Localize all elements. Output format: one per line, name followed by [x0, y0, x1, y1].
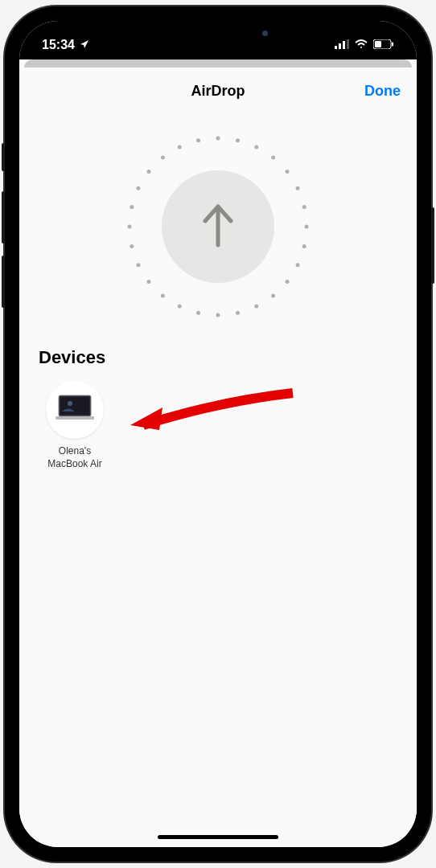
phone-frame: 15:34: [5, 6, 431, 862]
annotation-arrow-icon: [124, 385, 301, 449]
home-indicator[interactable]: [158, 835, 278, 839]
svg-point-9: [68, 401, 72, 406]
macbook-icon: [54, 394, 96, 426]
sheet-header: AirDrop Done: [19, 68, 417, 114]
cellular-icon: [335, 38, 349, 52]
device-row: Olena's MacBook Air: [19, 381, 417, 470]
volume-down-button: [2, 256, 5, 308]
status-left: 15:34: [42, 38, 89, 52]
status-time: 15:34: [42, 38, 75, 52]
svg-marker-12: [130, 407, 162, 430]
airdrop-sheet: AirDrop Done Devices: [19, 68, 417, 847]
sheet-title: AirDrop: [191, 83, 245, 100]
svg-rect-3: [347, 39, 349, 49]
device-icon-wrap: [46, 381, 104, 439]
silent-switch: [2, 143, 5, 171]
airdrop-radar-area: [19, 114, 417, 339]
screen: 15:34: [19, 21, 417, 847]
location-icon: [80, 38, 89, 52]
volume-up-button: [2, 191, 5, 244]
arrow-up-icon: [199, 202, 237, 252]
status-right: [335, 38, 394, 52]
svg-rect-8: [60, 397, 89, 415]
content-area: AirDrop Done Devices: [19, 59, 417, 847]
svg-rect-5: [375, 41, 381, 47]
wifi-icon: [354, 38, 368, 52]
svg-rect-2: [343, 41, 345, 49]
device-label: Olena's MacBook Air: [47, 445, 101, 470]
svg-rect-10: [56, 416, 94, 420]
svg-rect-1: [339, 43, 341, 49]
power-button: [431, 207, 434, 284]
done-button[interactable]: Done: [364, 83, 401, 100]
airdrop-upload-circle: [162, 170, 274, 283]
svg-rect-0: [335, 46, 337, 49]
dotted-ring: [125, 134, 311, 319]
sheet-behind-edge: [24, 59, 412, 68]
notch: [138, 21, 298, 45]
device-item-macbook[interactable]: Olena's MacBook Air: [39, 381, 111, 470]
battery-icon: [373, 38, 394, 52]
svg-rect-6: [392, 43, 393, 47]
devices-section-label: Devices: [19, 339, 417, 381]
